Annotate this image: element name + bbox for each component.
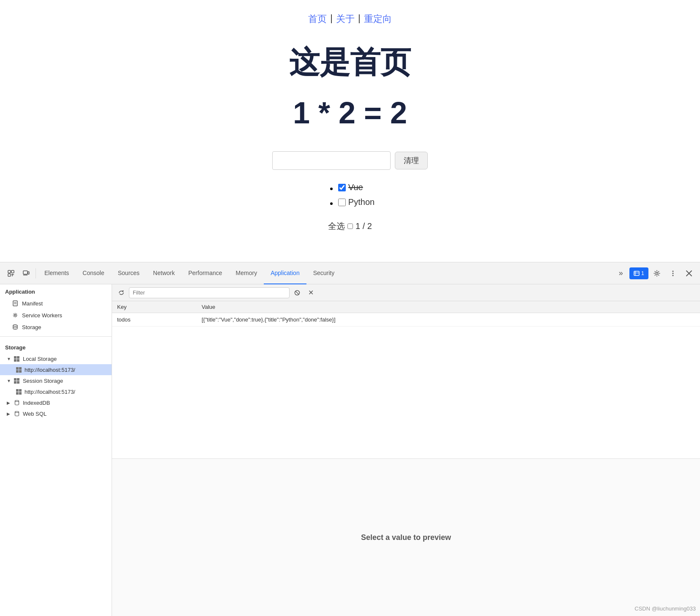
svg-rect-4 [28,272,29,274]
devtools-panel: Elements Console Sources Network Perform… [0,262,700,616]
inspect-icon [8,270,14,277]
local-storage-item[interactable]: ▼ Local Storage [0,353,112,364]
select-all-checkbox[interactable] [347,224,353,229]
session-storage-item[interactable]: ▼ Session Storage [0,375,112,386]
toolbar-separator [36,268,36,278]
indexeddb-icon [14,399,20,406]
svg-point-12 [673,275,674,276]
sidebar-item-manifest[interactable]: Manifest [0,297,112,309]
python-label: Python [348,197,375,207]
tab-console[interactable]: Console [76,262,111,284]
close-icon [686,270,692,276]
vue-checkbox[interactable] [338,184,346,191]
devtools-right-icons: » 1 [613,266,697,281]
preview-text: Select a value to preview [361,533,451,542]
devtools-tabs: Elements Console Sources Network Perform… [38,262,613,284]
storage-section-title: Storage [0,340,112,353]
websql-chevron: ▶ [7,412,11,416]
clear-button[interactable]: 清理 [395,152,428,169]
storage-table-container: Key Value todos [{"title":"Vue","done":t… [112,301,700,458]
refresh-icon [118,290,124,296]
more-options-btn[interactable] [665,266,681,281]
svg-point-11 [673,273,674,274]
refresh-btn[interactable] [115,287,127,299]
table-row[interactable]: todos [{"title":"Vue","done":true},{"tit… [112,313,700,327]
websql-label: Web SQL [23,411,46,417]
sidebar-divider-1 [0,336,112,337]
svg-point-17 [13,325,17,327]
devtools-main-panel: ✕ Key Value todos [{"title":"Vue","done"… [112,284,700,616]
svg-point-16 [14,314,16,316]
devtools-body: Application Manifest [0,284,700,616]
websql-item[interactable]: ▶ Web SQL [0,408,112,419]
filter-input[interactable] [129,287,290,298]
sidebar-item-storage[interactable]: Storage [0,321,112,333]
manifest-icon [12,300,19,307]
list-item-vue: Vue [338,183,375,192]
storage-label: Storage [22,324,41,330]
local-storage-icon [14,355,20,362]
select-all-area: 全选 1 / 2 [328,221,372,232]
more-tabs-btn[interactable]: » [613,266,629,281]
svg-rect-2 [8,274,11,276]
tab-sources[interactable]: Sources [111,262,146,284]
svg-rect-6 [634,271,639,275]
indexeddb-chevron: ▶ [7,401,11,405]
nav-sep1: | [330,13,333,25]
app-section-title: Application [0,284,112,297]
svg-rect-3 [23,271,27,274]
sidebar-item-service-workers[interactable]: Service Workers [0,309,112,321]
devtools-toolbar: Elements Console Sources Network Perform… [0,262,700,284]
device-toggle-btn[interactable] [19,266,34,281]
text-input[interactable] [272,151,391,170]
local-storage-child-icon [15,366,22,373]
tab-security[interactable]: Security [306,262,342,284]
watermark: CSDN @liuchunming033 [634,605,696,612]
indexeddb-item[interactable]: ▶ IndexedDB [0,397,112,408]
storage-table: Key Value todos [{"title":"Vue","done":t… [112,301,700,327]
local-storage-label: Local Storage [23,356,57,362]
checkbox-list: Vue Python [325,183,375,212]
select-all-label: 全选 [328,221,345,232]
filter-bar: ✕ [112,284,700,301]
settings-btn[interactable] [649,266,664,281]
cell-value: [{"title":"Vue","done":true},{"title":"P… [197,313,700,327]
tab-performance[interactable]: Performance [181,262,229,284]
tab-elements[interactable]: Elements [38,262,76,284]
nav-home[interactable]: 首页 [308,13,327,25]
svg-point-18 [15,401,19,402]
col-value: Value [197,301,700,313]
tab-application[interactable]: Application [264,262,306,284]
issues-icon [634,270,640,276]
local-storage-url: http://localhost:5173/ [25,367,75,373]
nav-about[interactable]: 关于 [336,13,355,25]
svg-point-9 [656,272,658,274]
close-devtools-btn[interactable] [681,266,697,281]
nav-links: 首页 | 关于 | 重定向 [308,13,391,25]
page-title: 这是首页 [289,42,411,83]
session-storage-child[interactable]: http://localhost:5173/ [0,386,112,397]
more-options-icon [670,270,676,277]
manifest-label: Manifest [22,300,43,307]
local-storage-child[interactable]: http://localhost:5173/ [0,364,112,375]
session-storage-icon [14,377,20,384]
tab-memory[interactable]: Memory [229,262,264,284]
devtools-sidebar: Application Manifest [0,284,112,616]
inspect-icon-btn[interactable] [3,266,19,281]
device-icon [23,270,30,277]
nav-redirect[interactable]: 重定向 [364,13,392,25]
tab-network[interactable]: Network [146,262,181,284]
vue-label: Vue [348,183,363,192]
storage-icon-item [12,324,19,330]
clear-filter-btn[interactable]: ✕ [305,287,317,299]
count-label: 1 / 2 [355,221,372,231]
svg-point-10 [673,270,674,272]
issues-badge-btn[interactable]: 1 [629,267,648,279]
nav-sep2: | [358,13,361,25]
local-storage-chevron: ▼ [7,357,11,361]
list-item-python: Python [338,197,375,207]
block-filter-btn[interactable] [291,287,303,299]
python-checkbox[interactable] [338,199,346,206]
svg-point-19 [15,412,19,413]
gear-icon [654,270,660,277]
